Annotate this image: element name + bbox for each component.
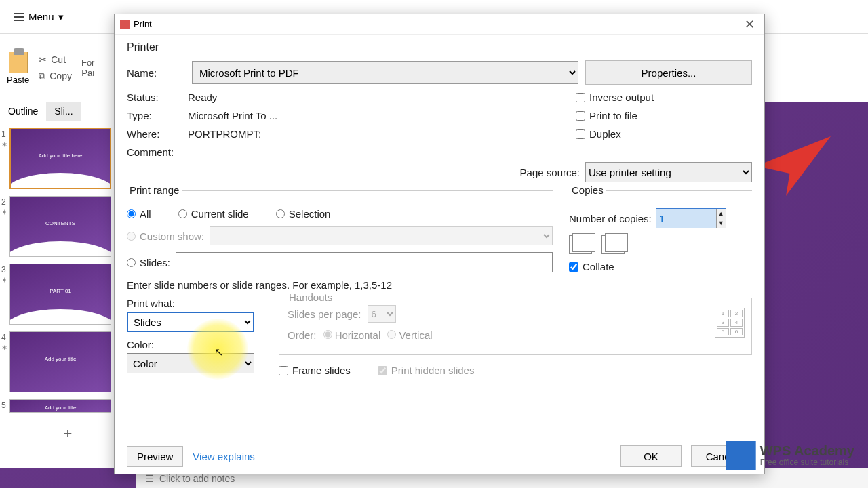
print-what-label: Print what: [127, 298, 262, 309]
handouts-group: Handouts Slides per page: 6 Order: Horiz… [279, 298, 752, 355]
animation-star-icon: ✶ [1, 344, 7, 352]
status-label: Status: [127, 92, 188, 103]
inverse-output-checkbox[interactable]: Inverse output [576, 92, 752, 103]
print-dialog: Print ✕ Printer Name: Microsoft Print to… [114, 14, 765, 474]
brand-tagline: Free office suite tutorials [760, 458, 854, 467]
range-custom-radio[interactable]: Custom show: [127, 230, 204, 242]
dialog-title: Print [134, 19, 152, 29]
collate-order-icon [601, 235, 625, 254]
svg-marker-0 [756, 136, 831, 196]
brand-name: WPS Academy [760, 444, 854, 458]
menu-button[interactable]: Menu ▾ [7, 8, 71, 26]
cut-label: Cut [51, 54, 66, 65]
copy-button[interactable]: ⧉Copy [39, 70, 72, 82]
status-value: Ready [188, 92, 576, 103]
order-vertical-radio: Vertical [387, 329, 432, 341]
ok-button[interactable]: OK [620, 445, 682, 467]
copy-label: Copy [50, 70, 72, 81]
name-label: Name: [127, 67, 185, 79]
type-label: Type: [127, 110, 188, 121]
type-value: Microsoft Print To ... [188, 110, 576, 121]
hamburger-icon [14, 13, 24, 21]
tab-outline[interactable]: Outline [0, 102, 46, 121]
collate-order-icon [569, 235, 592, 254]
animation-star-icon: ✶ [1, 140, 7, 149]
slides-range-input[interactable] [176, 252, 553, 272]
slide-thumb[interactable]: 3✶PART 01 [9, 264, 126, 325]
copy-icon: ⧉ [39, 70, 45, 82]
menu-label: Menu [28, 11, 54, 22]
slide-thumb[interactable]: 1✶Add your title here [9, 128, 126, 189]
wps-academy-watermark: WPS Academy Free office suite tutorials [726, 441, 854, 470]
format-painter-button[interactable]: For Pai [81, 58, 95, 78]
handout-layout-preview: 123456 [715, 308, 745, 338]
duplex-checkbox[interactable]: Duplex [576, 128, 752, 140]
paste-button[interactable]: Paste [7, 52, 29, 85]
color-select[interactable]: Color [127, 353, 254, 373]
range-all-radio[interactable]: All [127, 208, 151, 220]
num-copies-spinner[interactable]: ▲▼ [656, 208, 726, 228]
slide-thumb[interactable]: 4✶Add your title [9, 331, 126, 392]
animation-star-icon: ✶ [1, 276, 7, 285]
app-icon [120, 20, 130, 29]
range-hint: Enter slide numbers or slide ranges. For… [127, 279, 553, 291]
printer-section-label: Printer [127, 41, 752, 54]
slides-per-page-label: Slides per page: [288, 308, 361, 320]
num-copies-input[interactable] [656, 209, 716, 228]
copies-title: Copies [569, 184, 606, 196]
range-current-radio[interactable]: Current slide [178, 208, 249, 220]
where-label: Where: [127, 128, 188, 140]
order-label: Order: [288, 329, 317, 341]
wps-logo-icon [726, 441, 756, 470]
color-label: Color: [127, 339, 262, 350]
preview-button[interactable]: Preview [127, 446, 183, 467]
collate-checkbox[interactable]: Collate [569, 261, 752, 272]
where-value: PORTPROMPT: [188, 128, 576, 140]
print-range-title: Print range [127, 184, 182, 196]
tab-slides[interactable]: Sli... [46, 102, 81, 121]
cut-button[interactable]: ✂Cut [39, 54, 72, 65]
custom-show-select [210, 226, 553, 245]
scissors-icon: ✂ [39, 54, 47, 65]
slide-thumb[interactable]: 5Add your title [9, 399, 126, 413]
printer-name-select[interactable]: Microsoft Print to PDF [192, 61, 578, 84]
paper-plane-icon [756, 136, 831, 197]
slide-thumb[interactable]: 2✶CONTENTS [9, 196, 126, 257]
paste-label: Paste [7, 75, 29, 85]
comment-label: Comment: [127, 146, 188, 158]
frame-slides-checkbox[interactable]: Frame slides [279, 365, 351, 376]
print-hidden-checkbox: Print hidden slides [378, 365, 475, 376]
range-selection-radio[interactable]: Selection [276, 208, 331, 220]
print-what-select[interactable]: Slides [127, 312, 254, 332]
slides-per-page-select: 6 [368, 305, 396, 323]
range-slides-radio[interactable]: Slides: [127, 257, 170, 268]
spinner-down-icon[interactable]: ▼ [716, 218, 726, 228]
properties-button[interactable]: Properties... [585, 60, 752, 85]
clipboard-icon [9, 52, 28, 73]
order-horizontal-radio: Horizontal [323, 329, 381, 341]
page-source-select[interactable]: Use printer setting [585, 162, 752, 182]
view-explains-link[interactable]: View explains [193, 451, 254, 462]
animation-star-icon: ✶ [1, 208, 7, 217]
dialog-titlebar: Print ✕ [115, 14, 764, 35]
close-button[interactable]: ✕ [741, 17, 759, 32]
chevron-down-icon: ▾ [58, 11, 64, 23]
num-copies-label: Number of copies: [569, 213, 652, 224]
handouts-title: Handouts [286, 291, 335, 303]
spinner-up-icon[interactable]: ▲ [716, 209, 726, 218]
print-to-file-checkbox[interactable]: Print to file [576, 110, 752, 121]
page-source-label: Page source: [520, 167, 580, 178]
